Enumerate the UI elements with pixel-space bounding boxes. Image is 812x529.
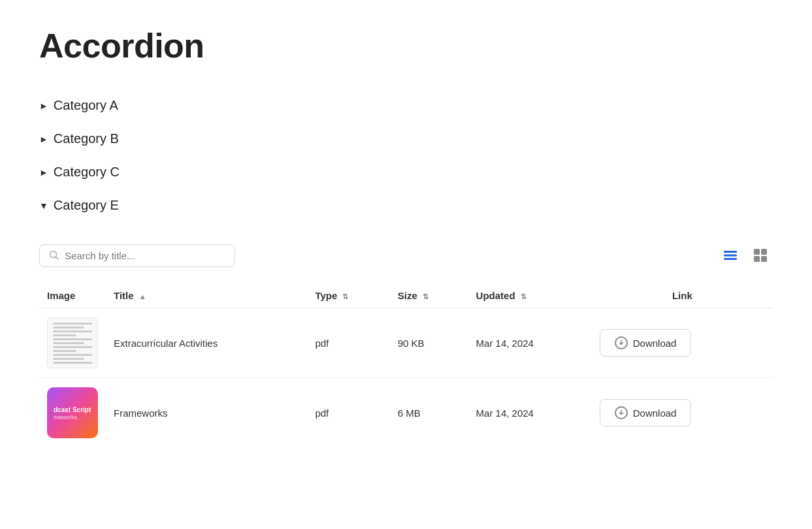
search-toolbar [39, 243, 773, 268]
download-icon [615, 406, 628, 419]
cell-title: Extracurricular Activities [106, 308, 307, 378]
sort-icon-updated: ⇅ [521, 293, 527, 301]
table-row: dcast Script meworks. Frameworks pdf 6 M… [39, 378, 773, 448]
cell-type: pdf [307, 378, 389, 448]
list-view-button[interactable] [718, 243, 743, 268]
grid-view-button[interactable] [748, 243, 773, 268]
cell-link: Download [592, 308, 773, 378]
accordion-item[interactable]: ▼ Category E [39, 189, 773, 222]
cell-updated: Mar 14, 2024 [468, 308, 592, 378]
sort-icon-size: ⇅ [423, 293, 429, 301]
cell-updated: Mar 14, 2024 [468, 378, 592, 448]
col-size[interactable]: Size ⇅ [390, 283, 468, 308]
search-box [39, 244, 235, 267]
table-body: Extracurricular Activities pdf 90 KB Mar… [39, 308, 773, 448]
accordion-item[interactable]: ► Category C [39, 155, 773, 189]
download-button[interactable]: Download [600, 329, 692, 357]
cell-image: dcast Script meworks. [39, 378, 106, 448]
svg-rect-4 [724, 258, 737, 260]
accordion-item[interactable]: ► Category B [39, 122, 773, 155]
thumb-text1: dcast Script [54, 406, 91, 414]
accordion-arrow: ► [39, 134, 48, 144]
svg-rect-3 [724, 255, 737, 257]
thumb-doc [47, 317, 98, 368]
accordion-item[interactable]: ► Category A [39, 89, 773, 122]
col-type[interactable]: Type ⇅ [307, 283, 389, 308]
svg-rect-5 [754, 249, 760, 255]
svg-rect-7 [754, 256, 760, 262]
list-view-icon [722, 247, 739, 264]
thumb-text2: meworks. [54, 414, 79, 421]
search-icon [49, 250, 59, 261]
cell-title: Frameworks [106, 378, 307, 448]
col-image: Image [39, 283, 106, 308]
accordion-arrow: ▼ [39, 200, 48, 211]
accordion-label: Category E [54, 198, 119, 213]
svg-rect-6 [761, 249, 767, 255]
col-updated[interactable]: Updated ⇅ [468, 283, 592, 308]
files-table: Image Title ▲ Type ⇅ Size ⇅ Updated ⇅ Li… [39, 283, 773, 447]
table-header-row: Image Title ▲ Type ⇅ Size ⇅ Updated ⇅ Li… [39, 283, 773, 308]
page-title: Accordion [39, 26, 773, 65]
thumb-gradient: dcast Script meworks. [47, 387, 98, 438]
accordion-label: Category B [54, 131, 119, 146]
col-link: Link [592, 283, 773, 308]
search-input[interactable] [65, 250, 225, 261]
svg-rect-8 [761, 256, 767, 262]
view-toggles [718, 243, 773, 268]
grid-view-icon [752, 247, 769, 264]
accordion-label: Category A [54, 98, 118, 113]
cell-size: 90 KB [390, 308, 468, 378]
accordion-list: ► Category A► Category B► Category C▼ Ca… [39, 89, 773, 222]
cell-size: 6 MB [390, 378, 468, 448]
accordion-arrow: ► [39, 101, 48, 111]
col-title[interactable]: Title ▲ [106, 283, 307, 308]
svg-rect-2 [724, 251, 737, 253]
accordion-arrow: ► [39, 167, 48, 178]
table-header: Image Title ▲ Type ⇅ Size ⇅ Updated ⇅ Li… [39, 283, 773, 308]
accordion-label: Category C [54, 165, 120, 180]
table-row: Extracurricular Activities pdf 90 KB Mar… [39, 308, 773, 378]
sort-icon-title: ▲ [139, 293, 146, 300]
cell-type: pdf [307, 308, 389, 378]
svg-line-1 [56, 257, 59, 260]
cell-image [39, 308, 106, 378]
download-button[interactable]: Download [600, 399, 692, 426]
download-icon [615, 336, 628, 349]
sort-icon-type: ⇅ [342, 293, 348, 301]
cell-link: Download [592, 378, 773, 448]
